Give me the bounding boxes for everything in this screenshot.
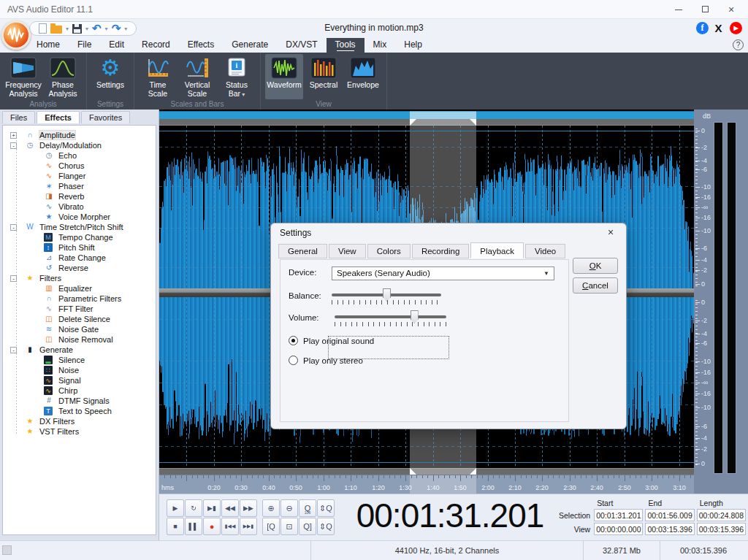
radio-play-original[interactable] bbox=[289, 336, 298, 345]
tree-item-silence[interactable]: ▂Silence bbox=[3, 355, 156, 365]
tree-item-text-to-speech[interactable]: TText to Speech bbox=[3, 406, 156, 416]
ok-button[interactable]: OK bbox=[573, 258, 618, 274]
x-icon[interactable]: X bbox=[712, 22, 725, 34]
go-to-start-button[interactable]: ▮◀◀ bbox=[221, 518, 239, 535]
settings-button[interactable]: ⚙Settings bbox=[91, 54, 129, 99]
open-dropdown-icon[interactable]: ▾ bbox=[66, 26, 69, 32]
tree-item-delete-silence[interactable]: ◫Delete Silence bbox=[3, 314, 156, 324]
record-button[interactable]: ● bbox=[203, 518, 221, 535]
dialog-tab-colors[interactable]: Colors bbox=[367, 244, 411, 258]
tree-item-generate[interactable]: -▮Generate bbox=[3, 345, 156, 355]
save-icon[interactable] bbox=[72, 24, 82, 34]
selection-marker-icon[interactable] bbox=[470, 119, 476, 126]
avs-logo[interactable] bbox=[1, 20, 31, 50]
tree-item-noise-removal[interactable]: ◫Noise Removal bbox=[3, 334, 156, 345]
zoom-selection-end-button[interactable]: Q] bbox=[299, 518, 316, 535]
time-scale-button[interactable]: TimeScale bbox=[139, 54, 177, 99]
tree-item-pitch-shift[interactable]: ↕Pitch Shift bbox=[3, 242, 156, 253]
tree-item-vst-filters[interactable]: ★VST Filters bbox=[3, 426, 156, 437]
menu-tab-tools[interactable]: Tools bbox=[327, 38, 365, 53]
selection-marker-icon[interactable] bbox=[410, 119, 416, 126]
phase-analysis-button[interactable]: PhaseAnalysis bbox=[44, 54, 82, 99]
tree-item-dx-filters[interactable]: ★DX Filters bbox=[3, 416, 156, 426]
radio-play-stereo[interactable] bbox=[289, 356, 298, 365]
menu-tab-record[interactable]: Record bbox=[133, 38, 179, 53]
menu-tab-file[interactable]: File bbox=[69, 38, 100, 53]
tree-item-voice-morpher[interactable]: ★Voice Morpher bbox=[3, 212, 156, 222]
play-button[interactable]: ▶ bbox=[167, 499, 184, 517]
menu-tab-edit[interactable]: Edit bbox=[100, 38, 133, 53]
minimize-button[interactable] bbox=[668, 3, 690, 16]
tree-item-delay-modulation[interactable]: -◷Delay/Modulation bbox=[3, 140, 156, 150]
sidebar-tab-files[interactable]: Files bbox=[2, 111, 35, 123]
zoom-out-button[interactable]: ⊖ bbox=[280, 499, 298, 517]
loop-button[interactable]: ↻ bbox=[185, 499, 202, 517]
sidebar-tab-favorites[interactable]: Favorites bbox=[81, 111, 130, 123]
pause-button[interactable]: ▌▌ bbox=[185, 518, 202, 535]
dialog-tab-video[interactable]: Video bbox=[525, 244, 565, 258]
redo-dropdown-icon[interactable]: ▾ bbox=[124, 26, 127, 32]
zoom-in-button[interactable]: ⊕ bbox=[262, 499, 280, 517]
tree-item-flanger[interactable]: ∿Flanger bbox=[3, 171, 156, 181]
collapse-icon[interactable]: - bbox=[10, 347, 17, 353]
play-to-end-button[interactable]: ▶▮ bbox=[203, 499, 221, 517]
status-bar-button[interactable]: iStatusBar ▾ bbox=[218, 54, 256, 99]
zoom-to-selection-button[interactable]: ⊡ bbox=[280, 518, 298, 535]
cancel-button[interactable]: Cancel bbox=[573, 277, 618, 294]
menu-tab-help[interactable]: Help bbox=[395, 38, 431, 53]
go-to-end-button[interactable]: ▶▶▮ bbox=[240, 518, 257, 535]
menu-tab-effects[interactable]: Effects bbox=[179, 38, 223, 53]
tree-item-echo[interactable]: ◷Echo bbox=[3, 150, 156, 161]
help-icon[interactable]: ? bbox=[733, 39, 744, 50]
tree-item-signal[interactable]: ∿Signal bbox=[3, 375, 156, 386]
tree-item-chirp[interactable]: ∿Chirp bbox=[3, 386, 156, 396]
volume-slider[interactable] bbox=[335, 315, 446, 318]
menu-tab-dxvst[interactable]: DX/VST bbox=[277, 38, 326, 53]
dialog-tab-recording[interactable]: Recording bbox=[412, 244, 469, 258]
tree-item-vibrato[interactable]: ∿Vibrato bbox=[3, 202, 156, 212]
device-dropdown[interactable]: Speakers (Senary Audio) ▼ bbox=[332, 266, 554, 280]
time-ruler[interactable]: hms 0:200:300:400:501:001:101:201:301:40… bbox=[159, 475, 694, 494]
zoom-selection-start-button[interactable]: [Q bbox=[262, 518, 280, 535]
tree-item-fft-filter[interactable]: ∿FFT Filter bbox=[3, 304, 156, 314]
time-value-field[interactable]: 00:00:00.000 bbox=[594, 523, 643, 535]
save-dropdown-icon[interactable]: ▾ bbox=[85, 26, 88, 32]
tree-item-rate-change[interactable]: ⊿Rate Change bbox=[3, 253, 156, 263]
tree-item-noise-gate[interactable]: ≋Noise Gate bbox=[3, 324, 156, 334]
fast-forward-button[interactable]: ▶▶ bbox=[240, 499, 257, 517]
zoom-100-button[interactable]: Q100 bbox=[299, 499, 316, 517]
dialog-tab-general[interactable]: General bbox=[278, 244, 327, 258]
vertical-scale-button[interactable]: VerticalScale bbox=[178, 54, 216, 99]
selection-marker-icon[interactable] bbox=[410, 468, 416, 475]
menu-tab-generate[interactable]: Generate bbox=[223, 38, 277, 53]
open-file-icon[interactable] bbox=[50, 26, 62, 34]
time-value-field[interactable]: 00:00:24.808 bbox=[697, 509, 746, 521]
redo-icon[interactable]: ↷ bbox=[112, 23, 121, 34]
envelope-button[interactable]: Envelope bbox=[344, 54, 382, 99]
sidebar-tab-effects[interactable]: Effects bbox=[37, 111, 80, 123]
collapse-icon[interactable]: - bbox=[10, 275, 17, 282]
tree-item-equalizer[interactable]: ▥Equalizer bbox=[3, 283, 156, 294]
zoom-vertical-out-button[interactable]: ⇕Q bbox=[317, 518, 335, 535]
close-button[interactable]: × bbox=[720, 3, 742, 16]
spectral-button[interactable]: Spectral bbox=[305, 54, 343, 99]
tree-item-amplitude[interactable]: +∩Amplitude bbox=[3, 130, 156, 140]
tree-item-reverse[interactable]: ↺Reverse bbox=[3, 263, 156, 273]
tree-item-phaser[interactable]: ∗Phaser bbox=[3, 181, 156, 191]
balance-slider[interactable] bbox=[332, 294, 441, 296]
expand-icon[interactable]: + bbox=[10, 132, 17, 139]
maximize-button[interactable] bbox=[694, 3, 716, 16]
tree-item-tempo-change[interactable]: MTempo Change bbox=[3, 232, 156, 242]
dialog-close-icon[interactable]: × bbox=[604, 226, 617, 238]
time-value-field[interactable]: 00:01:31.201 bbox=[594, 509, 643, 521]
tree-item-reverb[interactable]: ◨Reverb bbox=[3, 191, 156, 202]
menu-tab-home[interactable]: Home bbox=[28, 38, 69, 53]
youtube-icon[interactable]: ▶ bbox=[730, 22, 742, 34]
collapse-icon[interactable]: - bbox=[10, 224, 17, 231]
new-file-icon[interactable] bbox=[39, 23, 47, 34]
dialog-tab-view[interactable]: View bbox=[329, 244, 366, 258]
dialog-tab-playback[interactable]: Playback bbox=[470, 242, 524, 258]
tree-item-filters[interactable]: -★Filters bbox=[3, 273, 156, 283]
waveform-button[interactable]: Waveform bbox=[265, 54, 303, 99]
tree-item-noise[interactable]: ∷Noise bbox=[3, 365, 156, 375]
